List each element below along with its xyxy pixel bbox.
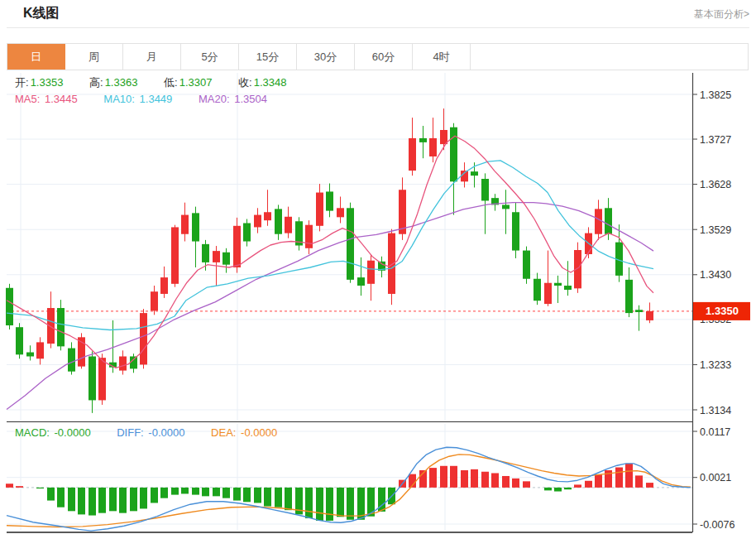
- svg-text:1.3825: 1.3825: [700, 89, 731, 101]
- svg-text:0.0021: 0.0021: [700, 472, 731, 483]
- svg-text:1.3350: 1.3350: [706, 305, 739, 317]
- svg-text:1.3529: 1.3529: [700, 224, 731, 236]
- candles: [6, 108, 653, 413]
- svg-text:1.3727: 1.3727: [700, 134, 731, 146]
- svg-text:1.3430: 1.3430: [700, 269, 731, 281]
- svg-text:0.0117: 0.0117: [700, 426, 730, 438]
- macd-axis-labels: 0.01170.0021-0.0076: [692, 426, 734, 531]
- ma5-line: [7, 136, 653, 368]
- svg-text:1.3628: 1.3628: [700, 179, 731, 190]
- svg-text:1.3233: 1.3233: [700, 359, 731, 371]
- macd-histogram: [6, 464, 653, 521]
- svg-text:1.3134: 1.3134: [700, 405, 731, 416]
- price-axis-labels: 1.38251.37271.36281.35291.34301.33321.32…: [692, 89, 731, 416]
- kline-chart[interactable]: 1.38251.37271.36281.35291.34301.33321.32…: [0, 0, 756, 534]
- current-price-tag: 1.3350: [693, 302, 750, 320]
- svg-text:-0.0076: -0.0076: [700, 519, 734, 531]
